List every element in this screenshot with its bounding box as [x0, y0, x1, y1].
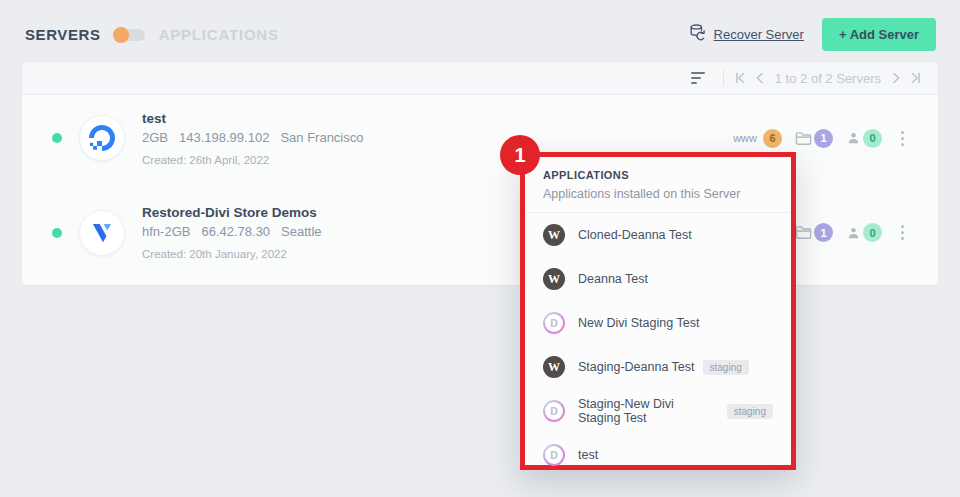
- next-page-icon[interactable]: [892, 72, 901, 84]
- app-item-staging-new-divi-staging-test[interactable]: D Staging-New Divi Staging Test staging: [525, 389, 791, 433]
- app-item-cloned-deanna-test[interactable]: W Cloned-Deanna Test: [525, 213, 791, 257]
- server-row-restored-divi[interactable]: Restored-Divi Store Demos hfn-2GB 66.42.…: [22, 181, 938, 284]
- www-count-badge[interactable]: 6: [763, 129, 782, 148]
- team-badge[interactable]: 0: [846, 129, 882, 148]
- servers-tab-label[interactable]: SERVERS: [25, 26, 101, 43]
- divi-icon: D: [543, 400, 565, 422]
- projects-badge[interactable]: 1: [795, 129, 833, 148]
- status-dot: [52, 133, 62, 143]
- top-bar: SERVERS APPLICATIONS Recover Server: [0, 0, 960, 65]
- app-item-staging-deanna-test[interactable]: W Staging-Deanna Test staging: [525, 345, 791, 389]
- server-ip: 66.42.78.30: [201, 224, 270, 239]
- divi-icon: D: [543, 312, 565, 334]
- toggle-knob: [113, 27, 129, 43]
- divi-icon: D: [543, 444, 565, 466]
- first-page-icon[interactable]: [734, 72, 746, 84]
- servers-applications-toggle[interactable]: [115, 29, 145, 41]
- server-created: Created: 26th April, 2022: [142, 154, 363, 166]
- team-count: 0: [863, 223, 882, 242]
- add-server-button[interactable]: + Add Server: [822, 18, 936, 51]
- wordpress-icon: W: [543, 356, 565, 378]
- list-toolbar: 1 to 2 of 2 Servers: [22, 62, 938, 95]
- pagination-text: 1 to 2 of 2 Servers: [775, 71, 881, 86]
- row-menu-icon[interactable]: [897, 129, 908, 148]
- popup-header: APPLICATIONS Applications installed on t…: [525, 157, 791, 213]
- applications-tab-label[interactable]: APPLICATIONS: [159, 26, 279, 43]
- server-location: San Francisco: [280, 130, 363, 145]
- wordpress-icon: W: [543, 268, 565, 290]
- status-dot: [52, 228, 62, 238]
- recover-server-link[interactable]: Recover Server: [688, 23, 804, 46]
- toolbar-divider: [723, 70, 724, 86]
- servers-list-card: 1 to 2 of 2 Servers test 2GB 143.198.99.…: [22, 62, 938, 285]
- server-size: 2GB: [142, 130, 168, 145]
- www-label: www: [733, 132, 757, 144]
- server-size: hfn-2GB: [142, 224, 190, 239]
- staging-tag: staging: [727, 404, 773, 419]
- folder-icon: [795, 225, 812, 240]
- team-count: 0: [863, 129, 882, 148]
- server-ip: 143.198.99.102: [179, 130, 269, 145]
- projects-count: 1: [814, 129, 833, 148]
- app-item-deanna-test[interactable]: W Deanna Test: [525, 257, 791, 301]
- wordpress-icon: W: [543, 224, 565, 246]
- popup-subtitle: Applications installed on this Server: [543, 187, 773, 201]
- team-badge[interactable]: 0: [846, 223, 882, 242]
- app-item-new-divi-staging-test[interactable]: D New Divi Staging Test: [525, 301, 791, 345]
- projects-badge[interactable]: 1: [795, 223, 833, 242]
- server-name[interactable]: Restored-Divi Store Demos: [142, 205, 322, 220]
- projects-count: 1: [814, 223, 833, 242]
- popup-title: APPLICATIONS: [543, 169, 773, 181]
- server-name[interactable]: test: [142, 111, 363, 126]
- folder-icon: [795, 131, 812, 146]
- pagination: 1 to 2 of 2 Servers: [734, 71, 922, 86]
- applications-popup: APPLICATIONS Applications installed on t…: [520, 152, 796, 470]
- prev-page-icon[interactable]: [755, 72, 764, 84]
- last-page-icon[interactable]: [910, 72, 922, 84]
- recover-server-label[interactable]: Recover Server: [714, 27, 804, 42]
- person-icon: [846, 130, 861, 146]
- person-icon: [846, 225, 861, 241]
- vultr-icon: [79, 210, 125, 256]
- servers-page: SERVERS APPLICATIONS Recover Server: [0, 0, 960, 497]
- recover-server-icon: [688, 23, 707, 46]
- server-row-test[interactable]: test 2GB 143.198.99.102 San Francisco Cr…: [22, 95, 938, 181]
- digitalocean-icon: [79, 115, 125, 161]
- server-location: Seattle: [281, 224, 321, 239]
- staging-tag: staging: [703, 360, 749, 375]
- app-item-test[interactable]: D test: [525, 433, 791, 477]
- annotation-badge-1: 1: [500, 135, 540, 175]
- sort-icon[interactable]: [691, 72, 705, 84]
- server-created: Created: 20th January, 2022: [142, 248, 322, 260]
- row-menu-icon[interactable]: [897, 223, 908, 242]
